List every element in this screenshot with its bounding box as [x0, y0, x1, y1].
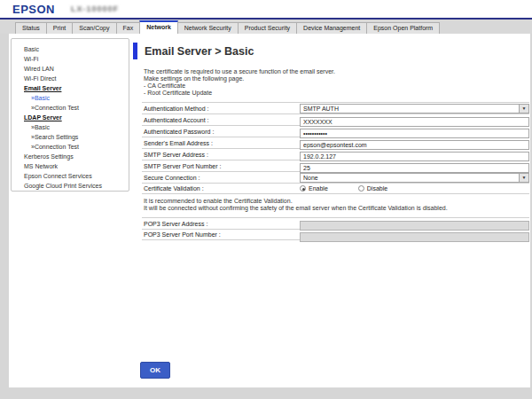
note-line: It is recommended to enable the Certific…	[144, 198, 529, 205]
tab-device-management[interactable]: Device Management	[296, 22, 367, 34]
sidebar-item-google-cloud-print-services[interactable]: Google Cloud Print Services	[24, 181, 129, 191]
dropdown-arrow-icon[interactable]: ▼	[519, 174, 528, 182]
sidebar-item-ldap-basic[interactable]: »Basic	[24, 122, 129, 132]
form-row: SMTP Server Port Number :	[142, 160, 529, 171]
email-server-form: Authentication Method : SMTP AUTH ▼ Auth…	[142, 102, 529, 194]
header: EPSON LX-10000F	[0, 0, 532, 18]
tab-scan-copy[interactable]: Scan/Copy	[72, 22, 116, 34]
form-row: Secure Connection : None ▼	[142, 171, 529, 183]
tab-network[interactable]: Network	[139, 20, 178, 34]
description-line: - Root Certificate Update	[144, 90, 529, 97]
sidebar-section-ldap-server[interactable]: LDAP Server	[24, 113, 129, 122]
pop3-form: POP3 Server Address : POP3 Server Port N…	[142, 217, 529, 240]
sidebar: Basic Wi-Fi Wired LAN Wi-Fi Direct Email…	[11, 38, 129, 192]
field-label: Secure Connection :	[142, 175, 300, 181]
enable-radio[interactable]: Enable	[300, 185, 328, 192]
sidebar-item-email-server-connection-test[interactable]: »Connection Test	[24, 103, 129, 113]
epson-logo: EPSON	[12, 3, 55, 16]
form-row: Certificate Validation : Enable Disable	[142, 183, 529, 194]
sidebar-item-epson-connect-services[interactable]: Epson Connect Services	[24, 171, 129, 181]
printer-model-label: LX-10000F	[71, 4, 119, 13]
description-line: Make settings on the following page.	[144, 75, 529, 82]
description-line: - CA Certificate	[144, 82, 529, 90]
sidebar-section-email-server[interactable]: Email Server	[24, 83, 129, 93]
tab-print[interactable]: Print	[46, 22, 73, 34]
sidebar-item-wifi-direct[interactable]: Wi-Fi Direct	[24, 74, 129, 83]
secure-connection-select[interactable]: None ▼	[300, 173, 529, 183]
sidebar-item-wifi[interactable]: Wi-Fi	[24, 54, 129, 64]
tab-status[interactable]: Status	[15, 22, 47, 34]
smtp-server-port-number-input[interactable]	[300, 163, 529, 173]
tab-network-security[interactable]: Network Security	[177, 22, 239, 34]
select-value: None	[301, 174, 528, 182]
sidebar-item-email-server-basic[interactable]: »Basic	[24, 93, 129, 103]
field-label: Authenticated Account :	[142, 117, 300, 123]
certificate-validation-note: It is recommended to enable the Certific…	[144, 198, 529, 212]
field-label: SMTP Server Port Number :	[142, 163, 300, 169]
sidebar-item-wired-lan[interactable]: Wired LAN	[24, 64, 129, 74]
sidebar-item-ldap-connection-test[interactable]: »Connection Test	[24, 142, 129, 152]
page-description: The certificate is required to use a sec…	[144, 68, 529, 97]
radio-label: Disable	[367, 185, 387, 192]
title-accent-bar	[133, 43, 137, 59]
radio-unselected-icon[interactable]	[358, 185, 364, 192]
field-label: Certificate Validation :	[142, 185, 300, 192]
field-label: POP3 Server Port Number :	[142, 231, 300, 238]
tab-fax[interactable]: Fax	[116, 22, 141, 34]
tab-epson-open-platform[interactable]: Epson Open Platform	[366, 22, 440, 34]
radio-selected-icon[interactable]	[300, 185, 306, 192]
sidebar-item-basic[interactable]: Basic	[24, 44, 129, 54]
certificate-validation-radio-group: Enable Disable	[300, 185, 529, 192]
description-line: The certificate is required to use a sec…	[144, 68, 529, 75]
content-area: Basic Wi-Fi Wired LAN Wi-Fi Direct Email…	[9, 34, 530, 387]
page-title: Email Server > Basic	[145, 45, 254, 58]
field-label: Authentication Method :	[142, 106, 300, 112]
field-label: POP3 Server Address :	[142, 221, 300, 227]
sidebar-item-ldap-search-settings[interactable]: »Search Settings	[24, 132, 129, 142]
tab-bar: Status Print Scan/Copy Fax Network Netwo…	[0, 20, 532, 34]
field-label: Authenticated Password :	[142, 129, 300, 135]
field-label: SMTP Server Address :	[142, 152, 300, 158]
sidebar-item-ms-network[interactable]: MS Network	[24, 161, 129, 171]
main-panel: Email Server > Basic The certificate is …	[133, 43, 529, 240]
disable-radio[interactable]: Disable	[358, 185, 387, 192]
radio-label: Enable	[309, 185, 328, 192]
form-row: POP3 Server Port Number :	[142, 229, 529, 240]
ok-button[interactable]: OK	[140, 362, 170, 379]
field-label: Sender's Email Address :	[142, 140, 300, 146]
note-line: It will be connected without confirming …	[144, 205, 529, 212]
pop3-server-port-number-input	[300, 232, 529, 242]
sidebar-item-kerberos-settings[interactable]: Kerberos Settings	[24, 152, 129, 161]
tab-product-security[interactable]: Product Security	[238, 22, 297, 34]
